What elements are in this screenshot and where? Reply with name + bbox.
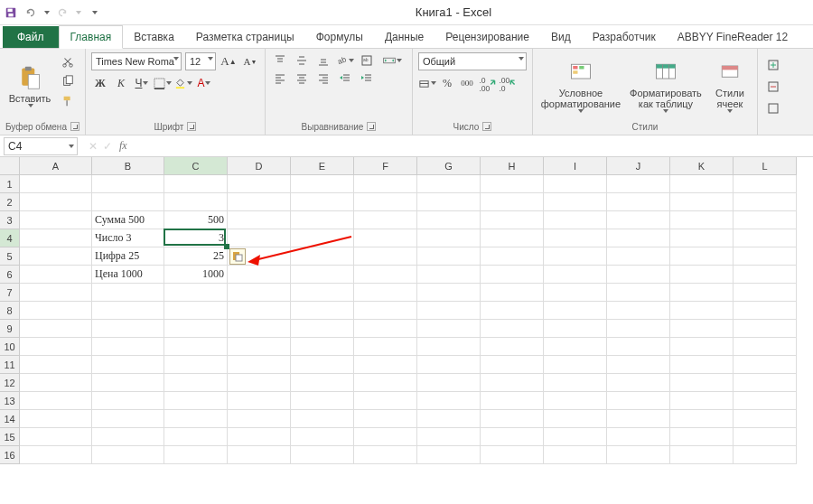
cell[interactable]: [734, 247, 797, 266]
cell[interactable]: [607, 266, 670, 284]
cell[interactable]: [354, 338, 417, 356]
cell[interactable]: [734, 356, 797, 374]
percent-button[interactable]: %: [438, 74, 456, 92]
cell[interactable]: [417, 320, 481, 338]
cell[interactable]: [20, 428, 92, 446]
cell[interactable]: [417, 356, 481, 374]
cell[interactable]: [607, 175, 670, 193]
row-header[interactable]: 14: [0, 410, 20, 428]
cell[interactable]: [544, 392, 607, 410]
cell[interactable]: [734, 374, 797, 392]
cell[interactable]: [607, 356, 670, 374]
cell[interactable]: [481, 320, 544, 338]
orientation-icon[interactable]: ab: [336, 52, 354, 69]
cell[interactable]: [417, 266, 481, 284]
cell[interactable]: [417, 446, 481, 464]
cell[interactable]: [228, 392, 291, 410]
align-center-icon[interactable]: [293, 70, 311, 87]
cell[interactable]: [92, 392, 164, 410]
delete-cells-icon[interactable]: [763, 78, 783, 96]
cell[interactable]: [670, 211, 734, 229]
cell[interactable]: [670, 302, 734, 320]
row-header[interactable]: 4: [0, 229, 20, 247]
cell[interactable]: [607, 229, 670, 247]
cell[interactable]: [670, 392, 734, 410]
border-button[interactable]: [154, 74, 172, 92]
cell[interactable]: [291, 193, 354, 211]
decrease-font-icon[interactable]: A▼: [241, 52, 259, 70]
column-header[interactable]: E: [291, 157, 354, 175]
cancel-formula-icon[interactable]: ✕: [89, 140, 98, 153]
column-header[interactable]: B: [92, 157, 164, 175]
cell[interactable]: [670, 446, 734, 464]
cell[interactable]: [291, 302, 354, 320]
cell[interactable]: Число 3: [92, 229, 164, 247]
cell[interactable]: [544, 229, 607, 247]
cell[interactable]: [20, 193, 92, 211]
column-header[interactable]: F: [354, 157, 417, 175]
decrease-indent-icon[interactable]: [336, 70, 354, 87]
undo-dropdown-icon[interactable]: [44, 11, 50, 14]
cell[interactable]: [607, 428, 670, 446]
cell[interactable]: [164, 374, 228, 392]
cell[interactable]: [734, 211, 797, 229]
cell[interactable]: [164, 284, 228, 302]
cell[interactable]: [417, 338, 481, 356]
cell[interactable]: [20, 175, 92, 193]
cell[interactable]: [670, 284, 734, 302]
font-size-combo[interactable]: 12: [185, 52, 216, 70]
cell[interactable]: [354, 302, 417, 320]
cell[interactable]: [417, 302, 481, 320]
cell[interactable]: [164, 193, 228, 211]
cell[interactable]: [417, 374, 481, 392]
cell[interactable]: [734, 302, 797, 320]
column-header[interactable]: G: [417, 157, 481, 175]
cell[interactable]: [670, 428, 734, 446]
cell[interactable]: [481, 374, 544, 392]
column-header[interactable]: H: [481, 157, 544, 175]
cell[interactable]: [291, 356, 354, 374]
cell[interactable]: [20, 229, 92, 247]
cell[interactable]: [228, 446, 291, 464]
cell[interactable]: [607, 193, 670, 211]
cell[interactable]: [20, 410, 92, 428]
cell[interactable]: [734, 320, 797, 338]
comma-style-button[interactable]: 000: [458, 74, 476, 92]
cell[interactable]: [481, 392, 544, 410]
tab-данные[interactable]: Данные: [374, 26, 435, 48]
increase-indent-icon[interactable]: [358, 70, 376, 87]
cell[interactable]: [228, 229, 291, 247]
cell[interactable]: [20, 338, 92, 356]
column-header[interactable]: D: [228, 157, 291, 175]
font-launcher-icon[interactable]: [187, 122, 196, 131]
cell[interactable]: [291, 446, 354, 464]
cell[interactable]: [481, 266, 544, 284]
cell[interactable]: [354, 374, 417, 392]
cell[interactable]: [734, 428, 797, 446]
align-left-icon[interactable]: [271, 70, 289, 87]
cell[interactable]: [417, 428, 481, 446]
cell[interactable]: [544, 266, 607, 284]
cell[interactable]: [228, 266, 291, 284]
row-header[interactable]: 15: [0, 428, 20, 446]
fx-icon[interactable]: fx: [119, 139, 127, 153]
cell[interactable]: [607, 247, 670, 266]
align-middle-icon[interactable]: [293, 52, 311, 69]
cell[interactable]: [481, 356, 544, 374]
cell[interactable]: 1000: [164, 266, 228, 284]
cell[interactable]: [734, 229, 797, 247]
cell[interactable]: [354, 356, 417, 374]
select-all-corner[interactable]: [0, 157, 20, 175]
cell[interactable]: [670, 229, 734, 247]
cell[interactable]: [354, 193, 417, 211]
cell[interactable]: Цена 1000: [92, 266, 164, 284]
cell[interactable]: [20, 302, 92, 320]
cell[interactable]: [354, 229, 417, 247]
cell-styles-button[interactable]: Стили ячеек: [708, 52, 752, 120]
cell[interactable]: [20, 320, 92, 338]
row-header[interactable]: 5: [0, 247, 20, 266]
column-header[interactable]: C: [164, 157, 228, 175]
formula-input[interactable]: [133, 137, 813, 155]
cell[interactable]: [164, 410, 228, 428]
cell[interactable]: [20, 446, 92, 464]
